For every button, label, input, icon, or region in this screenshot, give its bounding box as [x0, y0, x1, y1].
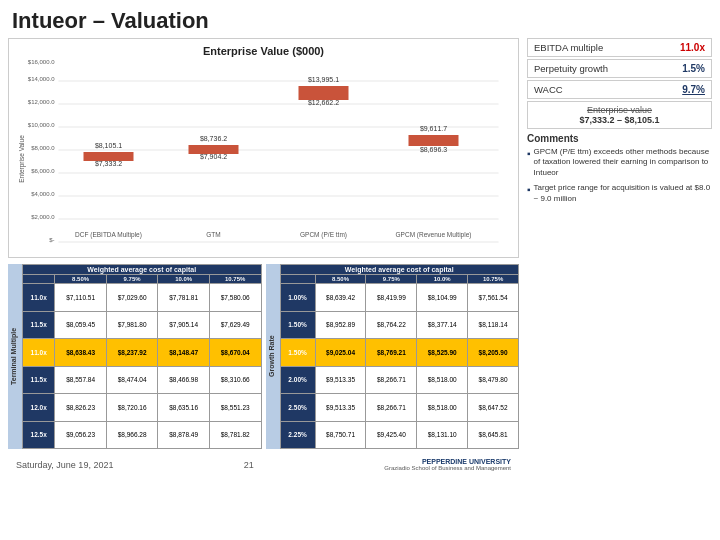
- comments-list: ▪GPCM (P/E ttm) exceeds other methods be…: [527, 147, 712, 204]
- ebitda-metric: EBITDA multiple 11.0x: [527, 38, 712, 57]
- svg-text:$9,611.7: $9,611.7: [420, 125, 447, 132]
- perpetuity-value: 1.5%: [682, 63, 705, 74]
- logo-main: PEPPERDINE UNIVERSITY: [422, 458, 511, 465]
- table2-side-label: Growth Rate: [266, 264, 280, 449]
- enterprise-value-chart: $- $2,000.0 $4,000.0 $6,000.0 $8,000.0 $…: [13, 59, 514, 244]
- svg-text:$10,000.0: $10,000.0: [28, 122, 55, 128]
- table1-side-label: Terminal Multiple: [8, 264, 22, 449]
- comments-title: Comments: [527, 133, 712, 144]
- svg-text:Enterprise Value: Enterprise Value: [18, 135, 26, 183]
- svg-text:$8,105.1: $8,105.1: [95, 142, 122, 149]
- svg-text:$12,662.2: $12,662.2: [308, 99, 339, 106]
- chart-area: $- $2,000.0 $4,000.0 $6,000.0 $8,000.0 $…: [13, 59, 514, 244]
- comments-section: Comments ▪GPCM (P/E ttm) exceeds other m…: [527, 133, 712, 209]
- pepperdine-logo: PEPPERDINE UNIVERSITY Graziadio School o…: [384, 458, 511, 471]
- svg-text:GTM: GTM: [206, 231, 220, 238]
- comment-item: ▪Target price range for acquisition is v…: [527, 183, 712, 204]
- page-title: Intueor – Valuation: [0, 0, 720, 38]
- svg-text:$-: $-: [49, 237, 54, 243]
- svg-text:$4,000.0: $4,000.0: [31, 191, 55, 197]
- ebitda-label: EBITDA multiple: [534, 42, 603, 53]
- perpetuity-label: Perpetuity growth: [534, 63, 608, 74]
- comment-bullet: ▪: [527, 183, 531, 204]
- comment-bullet: ▪: [527, 147, 531, 178]
- chart-container: Enterprise Value ($000) $- $2,000.0 $4,0…: [8, 38, 519, 258]
- svg-text:GPCM (Revenue Multiple): GPCM (Revenue Multiple): [396, 231, 472, 239]
- svg-text:$13,995.1: $13,995.1: [308, 76, 339, 83]
- table2: Weighted average cost of capital 8.50% 9…: [280, 264, 520, 449]
- svg-text:Methodology: Methodology: [257, 242, 300, 244]
- wacc-label: WACC: [534, 84, 563, 95]
- ebitda-value: 11.0x: [680, 42, 705, 53]
- wacc-metric: WACC 9.7%: [527, 80, 712, 99]
- perpetuity-metric: Perpetuity growth 1.5%: [527, 59, 712, 78]
- bar-gpcm-pe: [299, 86, 349, 100]
- svg-text:GPCM (P/E ttm): GPCM (P/E ttm): [300, 231, 347, 239]
- chart-title: Enterprise Value ($000): [13, 45, 514, 57]
- ev-range: $7,333.2 – $8,105.1: [534, 115, 705, 125]
- comment-text: GPCM (P/E ttm) exceeds other methods bec…: [534, 147, 712, 178]
- ev-label: Enterprise value: [534, 105, 705, 115]
- wacc-value: 9.7%: [682, 84, 705, 95]
- table2-wrapper: Growth Rate Weighted average cost of cap…: [266, 264, 520, 449]
- svg-text:$8,000.0: $8,000.0: [31, 145, 55, 151]
- bar-gpcm-rev: [409, 135, 459, 146]
- svg-text:$16,000.0: $16,000.0: [28, 59, 55, 65]
- svg-text:$8,736.2: $8,736.2: [200, 135, 227, 142]
- svg-text:$8,696.3: $8,696.3: [420, 146, 447, 153]
- comment-item: ▪GPCM (P/E ttm) exceeds other methods be…: [527, 147, 712, 178]
- footer: Saturday, June 19, 2021 21 PEPPERDINE UN…: [8, 455, 519, 474]
- svg-text:$2,000.0: $2,000.0: [31, 214, 55, 220]
- right-panel: EBITDA multiple 11.0x Perpetuity growth …: [527, 38, 712, 518]
- svg-text:$6,000.0: $6,000.0: [31, 168, 55, 174]
- tables-row: Terminal Multiple Weighted average cost …: [8, 264, 519, 449]
- comment-text: Target price range for acquisition is va…: [534, 183, 712, 204]
- footer-date: Saturday, June 19, 2021: [16, 460, 113, 470]
- svg-text:$14,000.0: $14,000.0: [28, 76, 55, 82]
- table1-wrapper: Terminal Multiple Weighted average cost …: [8, 264, 262, 449]
- svg-text:DCF (EBITDA Multiple): DCF (EBITDA Multiple): [75, 231, 142, 239]
- table1: Weighted average cost of capital 8.50% 9…: [22, 264, 262, 449]
- logo-sub: Graziadio School of Business and Managem…: [384, 465, 511, 471]
- svg-text:$12,000.0: $12,000.0: [28, 99, 55, 105]
- svg-text:$7,904.2: $7,904.2: [200, 153, 227, 160]
- svg-text:$7,333.2: $7,333.2: [95, 160, 122, 167]
- ev-box: Enterprise value $7,333.2 – $8,105.1: [527, 101, 712, 129]
- footer-page: 21: [244, 460, 254, 470]
